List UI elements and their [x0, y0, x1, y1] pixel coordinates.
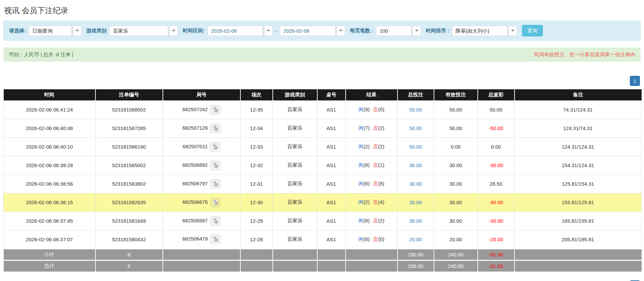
table-row: 2026-02-06 06:38:15 523181582635 6825066…: [4, 193, 642, 212]
banker-label: 庄: [373, 236, 378, 242]
table-header-row: 时间 注单编号 局号 场次 游戏类别 桌号 结果 总投注 有效投注 总派彩 备注: [4, 89, 642, 100]
date-to-value[interactable]: 2026-02-06: [280, 26, 335, 36]
cell-total-bet[interactable]: 30.00: [398, 193, 434, 212]
film-replay-icon: [212, 162, 219, 168]
currency-total-text: 币别：人民币 | 总共 :8 注单 |: [9, 52, 73, 58]
player-result: 闲(6): [358, 236, 370, 242]
cell-game-type: 百家乐: [273, 230, 317, 249]
total-valid-bet: 240.00: [434, 260, 478, 272]
cell-valid-bet: 30.00: [434, 212, 478, 230]
banker-result: 庄(0): [373, 236, 384, 242]
film-replay-icon: [212, 199, 219, 206]
cell-total-bet[interactable]: 30.00: [398, 212, 434, 230]
player-label: 闲: [358, 162, 363, 168]
cell-round-no: 682507128: [163, 119, 240, 137]
video-replay-button[interactable]: [210, 198, 221, 207]
cell-round-no: 682506892: [163, 156, 240, 175]
banker-result: 庄(2): [373, 125, 384, 131]
chevron-down-icon[interactable]: [169, 26, 178, 36]
subtotal-empty: [317, 249, 346, 260]
subtotal-count: 8: [95, 249, 163, 260]
total-total-bet: 290.00: [398, 260, 434, 272]
header-valid-bet: 有效投注: [434, 89, 478, 100]
notice-text: 同局有效投注，统一计算在该局第一张注单内: [534, 52, 635, 58]
cell-bet-no: 523181588502: [95, 100, 163, 119]
cell-total-bet[interactable]: 50.00: [398, 119, 434, 137]
cell-result: 闲(8) 庄(2): [346, 212, 398, 230]
cell-table-no: AS1: [317, 137, 346, 156]
player-result: 闲(8): [358, 218, 370, 223]
total-row: 总计 8 290.00 240.00 -81.50: [4, 260, 642, 272]
cell-session: 12-32: [240, 156, 273, 175]
banker-result: 庄(1): [373, 162, 384, 168]
banker-label: 庄: [373, 162, 378, 168]
cell-total-bet[interactable]: 50.00: [398, 100, 434, 119]
film-replay-icon: [212, 125, 219, 131]
game-type-label: 游戏类别: [86, 28, 107, 34]
search-button[interactable]: 查询: [522, 25, 543, 36]
chevron-down-icon[interactable]: [412, 26, 421, 36]
pagination-top: 1: [0, 76, 640, 86]
page-size-select[interactable]: 100: [376, 26, 421, 36]
cell-session: 12-33: [240, 137, 273, 156]
date-to-select[interactable]: 2026-02-06: [280, 26, 345, 36]
video-replay-button[interactable]: [210, 161, 221, 170]
time-sort-value[interactable]: 降幂(由大到小): [452, 26, 507, 36]
banker-result: 庄(0): [373, 106, 384, 112]
cell-bet-no: 523181587285: [95, 119, 163, 137]
cell-table-no: AS1: [317, 175, 346, 193]
cell-bet-no: 523181580432: [95, 230, 163, 249]
total-empty: [273, 260, 317, 272]
subtotal-valid-bet: 240.00: [434, 249, 478, 260]
cell-payout: 50.00: [478, 100, 515, 119]
subtotal-empty: [515, 249, 642, 260]
video-replay-button[interactable]: [210, 124, 221, 133]
video-replay-button[interactable]: [210, 179, 221, 189]
page-1-button[interactable]: 1: [630, 76, 640, 86]
subtotal-total-bet: 290.00: [398, 249, 434, 260]
total-empty: [346, 260, 398, 272]
player-score: (2): [363, 144, 370, 149]
query-type-select[interactable]: 日期查询: [29, 26, 82, 36]
date-from-value[interactable]: 2026-02-06: [207, 26, 263, 36]
cell-table-no: AS1: [317, 212, 346, 230]
date-from-select[interactable]: 2026-02-06: [207, 26, 273, 36]
video-replay-button[interactable]: [210, 142, 220, 152]
banker-label: 庄: [373, 218, 378, 223]
cell-time: 2026-02-06 06:39:28: [4, 156, 95, 175]
banker-score: (0): [378, 106, 384, 112]
game-type-select[interactable]: 百家乐: [109, 26, 178, 36]
video-replay-button[interactable]: [210, 216, 221, 226]
cell-total-bet[interactable]: 30.00: [398, 175, 434, 193]
chevron-down-icon[interactable]: [73, 26, 82, 36]
header-session: 场次: [240, 89, 273, 100]
cell-result: 闲(6) 庄(8): [346, 175, 398, 193]
cell-total-bet[interactable]: 20.00: [398, 230, 434, 249]
film-replay-icon: [212, 144, 218, 150]
header-result: 结果: [346, 89, 398, 100]
time-sort-select[interactable]: 降幂(由大到小): [452, 26, 517, 36]
query-type-value[interactable]: 日期查询: [29, 26, 72, 36]
banker-result: 庄(2): [373, 144, 384, 149]
cell-payout: -20.00: [478, 230, 515, 249]
page-title: 视讯 会员下注纪录: [4, 5, 644, 16]
cell-valid-bet: 30.00: [434, 156, 478, 175]
bet-records-table: 时间 注单编号 局号 场次 游戏类别 桌号 结果 总投注 有效投注 总派彩 备注…: [3, 89, 642, 272]
cell-total-bet[interactable]: 30.00: [398, 156, 434, 175]
table-row: 2026-02-06 06:37:07 523181580432 6825064…: [4, 230, 642, 249]
page-size-value[interactable]: 100: [376, 26, 411, 36]
cell-table-no: AS1: [317, 156, 346, 175]
chevron-down-icon[interactable]: [336, 26, 345, 36]
cell-game-type: 百家乐: [273, 175, 317, 193]
game-type-value[interactable]: 百家乐: [109, 26, 168, 36]
chevron-down-icon[interactable]: [264, 26, 273, 36]
total-count: 8: [95, 260, 163, 272]
video-replay-button[interactable]: [210, 235, 221, 244]
chevron-down-icon[interactable]: [508, 26, 517, 36]
cell-total-bet[interactable]: 50.00: [398, 137, 434, 156]
player-score: (9): [363, 106, 370, 112]
video-replay-button[interactable]: [210, 105, 221, 115]
cell-result: 闲(6) 庄(0): [346, 230, 398, 249]
summary-bar: 币别：人民币 | 总共 :8 注单 | 同局有效投注，统一计算在该局第一张注单内: [3, 48, 641, 62]
cell-remark: 124.31/124.31: [515, 137, 642, 156]
